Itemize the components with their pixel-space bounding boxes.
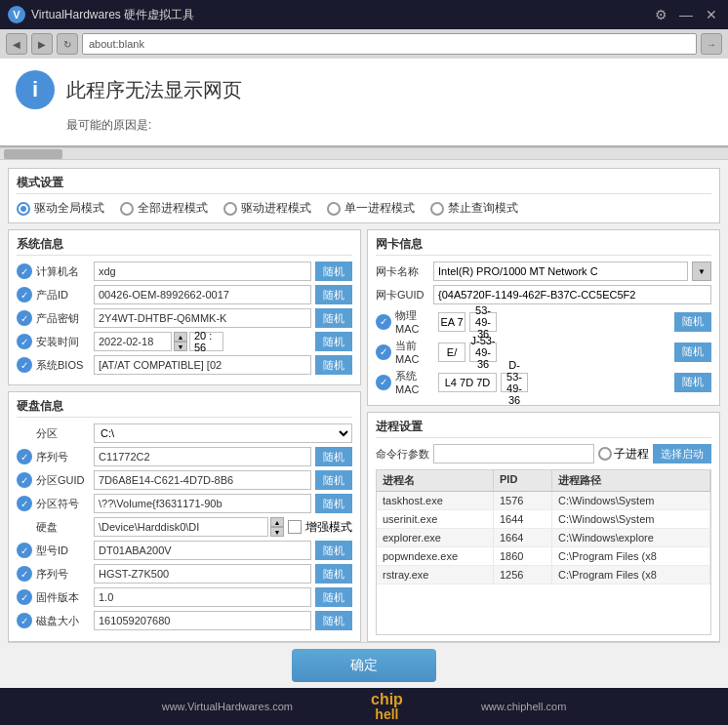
model-id-input[interactable]	[94, 541, 311, 560]
system-bios-input[interactable]	[94, 355, 311, 375]
harddisk-down-btn[interactable]: ▼	[270, 527, 284, 537]
radio-drive-process[interactable]	[223, 202, 237, 216]
select-start-button[interactable]: 选择启动	[653, 444, 711, 463]
product-id-rand[interactable]: 随机	[315, 285, 352, 304]
system-mac-rand[interactable]: 随机	[674, 373, 711, 392]
scroll-thumb-horizontal[interactable]	[4, 149, 62, 159]
partition-symbol-rand[interactable]: 随机	[315, 494, 352, 513]
product-key-rand[interactable]: 随机	[315, 308, 352, 328]
physical-mac-rand[interactable]: 随机	[674, 312, 711, 332]
main-window: V VirtualHardwares 硬件虚拟工具 ⚙ — ✕ ◀ ▶ ↻ → …	[0, 0, 728, 725]
table-row[interactable]: userinit.exe 1644 C:\Windows\System	[377, 510, 710, 529]
sub-process-radio[interactable]: 子进程	[598, 446, 649, 463]
firmware-input[interactable]	[94, 587, 311, 607]
harddisk-up-btn[interactable]: ▲	[270, 517, 284, 527]
radio-drive-all[interactable]	[17, 202, 30, 216]
table-row[interactable]: taskhost.exe 1576 C:\Windows\System	[377, 492, 710, 510]
cmd-row: 命令行参数 子进程 选择启动	[376, 444, 711, 463]
disk-serial-rand[interactable]: 随机	[315, 447, 352, 466]
hard-disk-input[interactable]	[94, 517, 268, 537]
disk-size-rand[interactable]: 随机	[315, 611, 352, 630]
system-bios-check	[17, 357, 32, 373]
current-mac-label: 当前MAC	[395, 339, 434, 365]
radio-stop-query[interactable]	[430, 202, 444, 216]
close-button[interactable]: ✕	[703, 6, 720, 23]
minimize-button[interactable]: —	[677, 6, 695, 23]
back-button[interactable]: ◀	[6, 33, 27, 55]
product-key-label: 产品密钥	[36, 311, 90, 326]
computer-name-rand[interactable]: 随机	[315, 262, 352, 281]
address-bar[interactable]	[82, 33, 697, 55]
partition-symbol-input[interactable]	[94, 494, 311, 513]
partition-select[interactable]: C:\	[94, 423, 352, 443]
sub-process-radio-btn[interactable]	[598, 447, 612, 461]
harddisk-spinner[interactable]: ▲ ▼	[270, 517, 284, 537]
firmware-rand[interactable]: 随机	[315, 587, 352, 607]
horizontal-scrollbar[interactable]	[0, 147, 728, 159]
error-title: 此程序无法显示网页	[66, 77, 242, 103]
browser-area: ◀ ▶ ↻ → i 此程序无法显示网页 最可能的原因是:	[0, 29, 728, 160]
process-table-header: 进程名 PID 进程路径	[377, 470, 710, 492]
sub-process-label: 子进程	[614, 446, 649, 463]
mode-single-process[interactable]: 单一进程模式	[327, 200, 415, 217]
refresh-button[interactable]: ↻	[57, 33, 78, 55]
disk-serial-input[interactable]	[94, 447, 311, 466]
table-row[interactable]: rstray.exe 1256 C:\Program Files (x8	[377, 566, 710, 584]
disk-serial2-rand[interactable]: 随机	[315, 564, 352, 584]
system-mac-part1: L4 7D 7D	[438, 373, 497, 392]
partition-guid-input[interactable]	[94, 470, 311, 490]
mode-drive-process[interactable]: 驱动进程模式	[223, 200, 311, 217]
mode-all-process[interactable]: 全部进程模式	[120, 200, 208, 217]
mode-stop-query[interactable]: 禁止查询模式	[430, 200, 518, 217]
current-mac-check	[376, 344, 391, 360]
enhance-mode-check[interactable]: 增强模式	[288, 519, 352, 536]
title-bar: V VirtualHardwares 硬件虚拟工具 ⚙ — ✕	[0, 0, 728, 29]
product-id-input[interactable]	[94, 285, 311, 304]
mode-settings-section: 模式设置 驱动全局模式 全部进程模式 驱动进程模式 单一进程模式	[8, 168, 720, 223]
website-text: www.VirtualHardwares.com	[162, 701, 293, 712]
computer-name-input[interactable]	[94, 262, 311, 281]
forward-button[interactable]: ▶	[31, 33, 53, 55]
disk-size-label: 磁盘大小	[36, 614, 90, 628]
firmware-row: 固件版本 随机	[17, 587, 352, 607]
system-bios-rand[interactable]: 随机	[315, 355, 352, 375]
cmd-input[interactable]	[433, 444, 594, 463]
system-info-title: 系统信息	[17, 236, 352, 256]
disk-serial-row: 序列号 随机	[17, 447, 352, 466]
computer-name-label: 计算机名	[36, 264, 90, 279]
enhance-mode-label: 增强模式	[305, 519, 352, 536]
disk-serial2-input[interactable]	[94, 564, 311, 584]
install-time-label: 安装时间	[36, 335, 90, 349]
partition-guid-rand[interactable]: 随机	[315, 470, 352, 490]
date-spinner[interactable]: ▲ ▼	[174, 332, 187, 351]
nic-info-section: 网卡信息 网卡名称 Intel(R) PRO/1000 MT Network C…	[367, 229, 720, 406]
process-settings-section: 进程设置 命令行参数 子进程 选择启动 进程名 PID	[367, 412, 720, 642]
partition-row: 分区 C:\	[17, 423, 352, 443]
radio-all-process[interactable]	[120, 202, 134, 216]
nic-guid-text: {04A5720F-1149-462F-B37C-CC5EC5F2	[438, 289, 635, 301]
model-id-rand[interactable]: 随机	[315, 541, 352, 560]
physical-mac-label: 物理MAC	[395, 308, 434, 335]
confirm-button[interactable]: 确定	[292, 649, 436, 682]
nic-dropdown-button[interactable]: ▼	[692, 262, 711, 281]
disk-size-input[interactable]	[94, 611, 311, 630]
settings-button[interactable]: ⚙	[652, 6, 669, 23]
firmware-check	[17, 589, 32, 605]
go-button[interactable]: →	[701, 33, 722, 55]
mode-drive-all[interactable]: 驱动全局模式	[17, 200, 104, 217]
table-row[interactable]: popwndexe.exe 1860 C:\Program Files (x8	[377, 547, 710, 566]
table-row[interactable]: explorer.exe 1664 C:\Windows\explore	[377, 529, 710, 547]
product-key-input[interactable]	[94, 308, 311, 328]
partition-guid-check	[17, 472, 32, 488]
physical-mac-row: 物理MAC EA 7 53-49-36 随机	[376, 308, 711, 335]
install-time-rand[interactable]: 随机	[315, 332, 352, 351]
install-date-input[interactable]	[94, 332, 172, 351]
chipsite-text: www.chiphell.com	[481, 701, 566, 712]
date-up-button[interactable]: ▲	[174, 332, 187, 342]
install-time-row: 安装时间 ▲ ▼ 20 : 56 随机	[17, 332, 352, 351]
date-down-button[interactable]: ▼	[174, 342, 187, 351]
nic-name-text: Intel(R) PRO/1000 MT Network C	[438, 265, 598, 277]
radio-single-process[interactable]	[327, 202, 341, 216]
enhance-checkbox[interactable]	[288, 520, 302, 534]
current-mac-rand[interactable]: 随机	[674, 342, 711, 362]
